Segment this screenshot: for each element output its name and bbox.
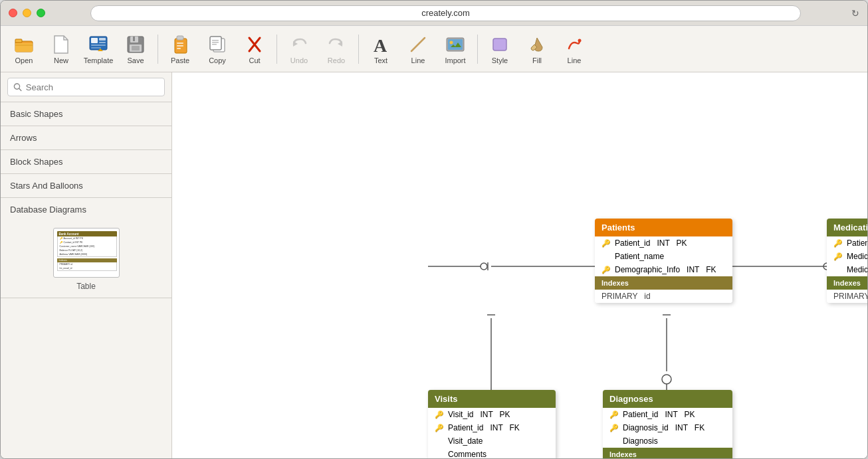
- sep2: [276, 35, 277, 64]
- sidebar-item-basic-shapes[interactable]: Basic Shapes: [1, 102, 171, 126]
- svg-line-37: [19, 88, 21, 90]
- block-shapes-label[interactable]: Block Shapes: [1, 150, 171, 173]
- table-diagnoses[interactable]: Diagnoses 🔑 Patient_id INT PK 🔑 Diagnosi…: [603, 390, 732, 458]
- open-label: Open: [15, 56, 33, 64]
- table-patients[interactable]: Patients 🔑 Patient_id INT PK 🔑 Patient_n…: [595, 219, 732, 303]
- patients-row-2: 🔑 Patient_name: [595, 250, 732, 263]
- minimize-button[interactable]: [23, 9, 31, 17]
- visits-row-2: 🔑 Patient_id INT FK: [428, 421, 556, 434]
- search-input[interactable]: [26, 82, 159, 92]
- close-button[interactable]: [9, 9, 17, 17]
- vis-key-1: 🔑: [435, 411, 444, 419]
- svg-rect-19: [177, 48, 181, 49]
- table-visits[interactable]: Visits 🔑 Visit_id INT PK 🔑 Patient_id IN…: [428, 390, 556, 458]
- patients-index-header: Indexes: [595, 276, 732, 290]
- svg-text:A: A: [374, 35, 387, 54]
- medication-row-2: 🔑 Medication_id INT FK: [827, 250, 867, 263]
- style-button[interactable]: Style: [482, 29, 518, 70]
- patients-header: Patients: [595, 219, 732, 236]
- sidebar: Basic Shapes Arrows Block Shapes Stars A…: [1, 72, 172, 458]
- svg-rect-21: [210, 37, 221, 50]
- copy-label: Copy: [209, 56, 226, 64]
- cut-button[interactable]: Cut: [237, 29, 272, 70]
- template-thumbnail[interactable]: Bank Account 🔑 Account_id INT PK 🔑 Conta…: [53, 228, 120, 278]
- template-label: Table: [76, 282, 96, 291]
- database-diagrams-label[interactable]: Database Diagrams: [1, 198, 171, 221]
- copy-icon: [207, 34, 228, 55]
- svg-rect-4: [91, 38, 98, 43]
- svg-rect-16: [177, 36, 183, 40]
- basic-shapes-label[interactable]: Basic Shapes: [1, 102, 171, 126]
- save-label: Save: [127, 56, 144, 64]
- paste-button[interactable]: Paste: [162, 29, 198, 70]
- visits-row-4: 🔑 Comments: [428, 448, 556, 458]
- template-icon: [88, 34, 109, 55]
- patients-body: 🔑 Patient_id INT PK 🔑 Patient_name 🔑 Dem…: [595, 236, 732, 276]
- table-medication[interactable]: Medication 🔑 Patient_id INT PK 🔑 Medicat…: [827, 219, 867, 303]
- sep3: [358, 35, 359, 64]
- sidebar-item-block-shapes[interactable]: Block Shapes: [1, 150, 171, 174]
- redo-icon: [326, 34, 347, 55]
- undo-icon: [288, 34, 310, 55]
- new-button[interactable]: New: [43, 29, 79, 70]
- redo-button[interactable]: Redo: [318, 29, 354, 70]
- template-button[interactable]: Template: [80, 29, 116, 70]
- open-icon: [13, 34, 35, 55]
- sidebar-search-area: [1, 72, 171, 102]
- medication-body: 🔑 Patient_id INT PK 🔑 Medication_id INT …: [827, 236, 867, 276]
- titlebar: creately.com ↻: [1, 1, 867, 26]
- refresh-button[interactable]: ↻: [851, 8, 859, 19]
- undo-label: Undo: [290, 56, 308, 64]
- arrows-label[interactable]: Arrows: [1, 126, 171, 149]
- svg-point-48: [662, 375, 671, 384]
- svg-rect-7: [91, 45, 106, 46]
- fill-button[interactable]: Fill: [519, 29, 555, 70]
- sidebar-item-stars-balloons[interactable]: Stars And Balloons: [1, 174, 171, 198]
- maximize-button[interactable]: [37, 9, 45, 17]
- svg-rect-17: [177, 43, 183, 44]
- svg-rect-2: [15, 39, 22, 43]
- diag-key-1: 🔑: [609, 411, 619, 419]
- svg-rect-32: [448, 39, 463, 50]
- diagnoses-row-2: 🔑 Diagnosis_id INT FK: [603, 421, 732, 434]
- line2-button[interactable]: Line: [556, 29, 592, 70]
- patients-row-3: 🔑 Demographic_Info INT FK: [595, 263, 732, 276]
- svg-rect-34: [493, 39, 506, 50]
- sidebar-item-database-diagrams[interactable]: Database Diagrams Bank Account 🔑 Account…: [1, 198, 171, 298]
- toolbar: Open New: [1, 26, 867, 72]
- save-button[interactable]: Save: [118, 29, 154, 70]
- search-icon: [13, 82, 22, 92]
- key-icon-2: 🔑: [601, 266, 611, 274]
- vis-key-2: 🔑: [435, 424, 444, 432]
- copy-button[interactable]: Copy: [199, 29, 235, 70]
- svg-rect-12: [133, 37, 135, 41]
- svg-marker-27: [293, 41, 298, 46]
- svg-rect-5: [99, 38, 106, 41]
- template-label: Template: [84, 56, 114, 64]
- search-box[interactable]: [7, 78, 165, 96]
- stars-balloons-label[interactable]: Stars And Balloons: [1, 174, 171, 197]
- svg-point-53: [481, 263, 487, 270]
- svg-rect-24: [212, 44, 217, 45]
- url-bar[interactable]: creately.com: [90, 5, 801, 21]
- key-icon-1: 🔑: [601, 239, 611, 248]
- import-icon: [445, 34, 466, 55]
- sidebar-item-arrows[interactable]: Arrows: [1, 126, 171, 150]
- svg-rect-22: [212, 40, 219, 41]
- line-button[interactable]: Line: [400, 29, 436, 70]
- canvas[interactable]: Patients 🔑 Patient_id INT PK 🔑 Patient_n…: [172, 72, 867, 458]
- url-text: creately.com: [421, 8, 470, 18]
- visits-row-1: 🔑 Visit_id INT PK: [428, 408, 556, 421]
- paste-label: Paste: [171, 56, 189, 64]
- diagnoses-header: Diagnoses: [603, 390, 732, 408]
- medication-row-1: 🔑 Patient_id INT PK: [827, 236, 867, 250]
- patients-index-row: PRIMARY id: [595, 290, 732, 303]
- open-button[interactable]: Open: [6, 29, 42, 70]
- sep1: [158, 35, 158, 64]
- import-button[interactable]: Import: [437, 29, 473, 70]
- redo-label: Redo: [328, 56, 345, 64]
- diagnoses-row-1: 🔑 Patient_id INT PK: [603, 408, 732, 421]
- medication-header: Medication: [827, 219, 867, 236]
- text-button[interactable]: A Text: [363, 29, 399, 70]
- undo-button[interactable]: Undo: [281, 29, 317, 70]
